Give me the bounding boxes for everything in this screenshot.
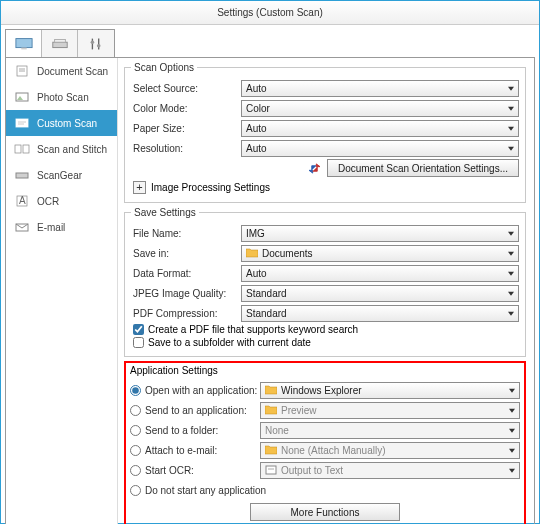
top-tabs <box>5 29 115 57</box>
open-app-radio[interactable] <box>130 385 141 396</box>
sidebar-item-ocr[interactable]: A OCR <box>6 188 117 214</box>
send-folder-radio[interactable] <box>130 425 141 436</box>
attach-email-radio-label[interactable]: Attach to e-mail: <box>130 445 260 456</box>
svg-rect-18 <box>16 173 28 178</box>
sidebar-item-label: OCR <box>37 196 59 207</box>
save-in-label: Save in: <box>131 248 241 259</box>
custom-icon <box>14 117 30 129</box>
window-body: Document Scan Photo Scan Custom Scan Sca… <box>1 25 539 524</box>
image-processing-label: Image Processing Settings <box>151 182 270 193</box>
svg-rect-13 <box>16 119 28 127</box>
jpeg-quality-dropdown[interactable]: Standard <box>241 285 519 302</box>
send-app-radio-label[interactable]: Send to an application: <box>130 405 260 416</box>
data-format-dropdown[interactable]: Auto <box>241 265 519 282</box>
sidebar-item-custom-scan[interactable]: Custom Scan <box>6 110 117 136</box>
pdf-keyword-checkbox[interactable] <box>133 324 144 335</box>
jpeg-quality-label: JPEG Image Quality: <box>131 288 241 299</box>
svg-rect-1 <box>21 47 26 49</box>
tab-general-settings[interactable] <box>78 30 114 57</box>
photo-icon <box>14 91 30 103</box>
svg-point-7 <box>97 44 101 48</box>
attach-email-radio[interactable] <box>130 445 141 456</box>
sidebar-item-document-scan[interactable]: Document Scan <box>6 58 117 84</box>
send-app-radio[interactable] <box>130 405 141 416</box>
send-folder-dropdown[interactable]: None <box>260 422 520 439</box>
sidebar-item-label: Custom Scan <box>37 118 97 129</box>
document-icon <box>14 65 30 77</box>
application-settings-legend: Application Settings <box>130 365 520 379</box>
save-in-dropdown[interactable]: Documents <box>241 245 519 262</box>
tab-scan-from-computer[interactable] <box>6 30 42 57</box>
svg-rect-0 <box>15 38 31 47</box>
do-not-start-radio-label[interactable]: Do not start any application <box>130 485 266 496</box>
svg-text:A: A <box>19 195 26 206</box>
select-source-dropdown[interactable]: Auto <box>241 80 519 97</box>
mail-folder-icon <box>265 445 277 455</box>
svg-rect-22 <box>266 466 276 474</box>
orientation-swap-icon[interactable] <box>308 163 321 174</box>
file-name-label: File Name: <box>131 228 241 239</box>
window-title: Settings (Custom Scan) <box>1 1 539 25</box>
open-app-radio-label[interactable]: Open with an application: <box>130 385 260 396</box>
scan-options-legend: Scan Options <box>131 62 197 73</box>
svg-rect-17 <box>23 145 29 153</box>
application-settings-group: Application Settings Open with an applic… <box>130 365 520 521</box>
save-settings-legend: Save Settings <box>131 207 199 218</box>
sidebar-item-label: E-mail <box>37 222 65 233</box>
scan-options-group: Scan Options Select Source: Auto Color M… <box>124 62 526 203</box>
open-app-dropdown[interactable]: Windows Explorer <box>260 382 520 399</box>
svg-point-5 <box>91 40 95 44</box>
sidebar-item-label: Document Scan <box>37 66 108 77</box>
preview-icon <box>265 405 277 415</box>
file-name-field[interactable]: IMG <box>241 225 519 242</box>
start-ocr-radio[interactable] <box>130 465 141 476</box>
attach-email-dropdown[interactable]: None (Attach Manually) <box>260 442 520 459</box>
svg-rect-3 <box>54 39 65 42</box>
color-mode-label: Color Mode: <box>131 103 241 114</box>
ocr-icon: A <box>14 195 30 207</box>
main-frame: Document Scan Photo Scan Custom Scan Sca… <box>5 57 535 524</box>
paper-size-dropdown[interactable]: Auto <box>241 120 519 137</box>
pdf-keyword-label: Create a PDF file that supports keyword … <box>148 324 358 335</box>
pdf-compression-dropdown[interactable]: Standard <box>241 305 519 322</box>
svg-rect-2 <box>52 42 66 47</box>
sidebar: Document Scan Photo Scan Custom Scan Sca… <box>6 58 118 524</box>
more-functions-button[interactable]: More Functions <box>250 503 400 521</box>
email-icon <box>14 221 30 233</box>
pdf-compression-label: PDF Compression: <box>131 308 241 319</box>
save-settings-group: Save Settings File Name: IMG Save in: Do… <box>124 207 526 357</box>
orientation-settings-button[interactable]: Document Scan Orientation Settings... <box>327 159 519 177</box>
scanner-icon <box>51 37 69 51</box>
settings-window: Settings (Custom Scan) Document Scan <box>0 0 540 524</box>
sidebar-item-label: Scan and Stitch <box>37 144 107 155</box>
content-area: Scan Options Select Source: Auto Color M… <box>118 58 534 524</box>
sidebar-item-scangear[interactable]: ScanGear <box>6 162 117 188</box>
scangear-icon <box>14 169 30 181</box>
start-ocr-radio-label[interactable]: Start OCR: <box>130 465 260 476</box>
monitor-icon <box>15 37 33 51</box>
folder-icon <box>246 248 258 258</box>
sidebar-item-scan-and-stitch[interactable]: Scan and Stitch <box>6 136 117 162</box>
subfolder-label: Save to a subfolder with current date <box>148 337 311 348</box>
sidebar-item-photo-scan[interactable]: Photo Scan <box>6 84 117 110</box>
sidebar-item-label: ScanGear <box>37 170 82 181</box>
tab-scan-from-panel[interactable] <box>42 30 78 57</box>
tools-icon <box>87 37 105 51</box>
send-app-dropdown[interactable]: Preview <box>260 402 520 419</box>
text-output-icon <box>265 465 277 475</box>
select-source-label: Select Source: <box>131 83 241 94</box>
color-mode-dropdown[interactable]: Color <box>241 100 519 117</box>
do-not-start-radio[interactable] <box>130 485 141 496</box>
start-ocr-dropdown[interactable]: Output to Text <box>260 462 520 479</box>
sidebar-item-email[interactable]: E-mail <box>6 214 117 240</box>
data-format-label: Data Format: <box>131 268 241 279</box>
resolution-dropdown[interactable]: Auto <box>241 140 519 157</box>
explorer-icon <box>265 385 277 395</box>
expand-image-processing-button[interactable]: + <box>133 181 146 194</box>
subfolder-checkbox[interactable] <box>133 337 144 348</box>
send-folder-radio-label[interactable]: Send to a folder: <box>130 425 260 436</box>
resolution-label: Resolution: <box>131 143 241 154</box>
svg-rect-16 <box>15 145 21 153</box>
sidebar-item-label: Photo Scan <box>37 92 89 103</box>
paper-size-label: Paper Size: <box>131 123 241 134</box>
